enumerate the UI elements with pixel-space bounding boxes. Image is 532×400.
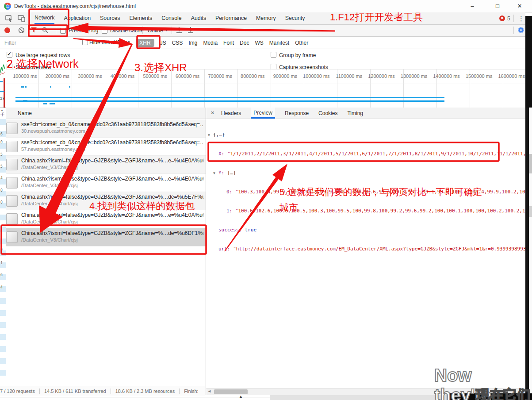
- file-icon: [6, 231, 18, 243]
- request-url: sse?cb=icomet_cb_0&cname=bdc02c361aab973…: [21, 121, 203, 127]
- request-row[interactable]: sse?cb=icomet_cb_0&cname=bdc02c361aab973…: [6, 138, 206, 156]
- annotation-step2: 2.选择Network: [7, 57, 79, 71]
- record-button[interactable]: [4, 27, 10, 33]
- filter-category-manifest[interactable]: Manifest: [269, 40, 289, 46]
- page-behind-cell: 4: [0, 176, 6, 180]
- divider: [56, 27, 56, 34]
- waterfall-mark: [50, 103, 55, 104]
- clear-icon[interactable]: [18, 27, 25, 34]
- preserve-log-checkbox[interactable]: [60, 28, 66, 34]
- filter-category-css[interactable]: CSS: [172, 40, 183, 46]
- filter-category-ws[interactable]: WS: [255, 40, 263, 46]
- throttling-select[interactable]: Online: [148, 27, 163, 34]
- tab-performance[interactable]: Performance: [215, 12, 247, 24]
- json-line-y[interactable]: ▼Y: […]: [206, 169, 525, 177]
- window-title: DevTools - data.eastmoney.com/cjsj/newho…: [14, 3, 136, 9]
- settings-gear-icon[interactable]: [517, 27, 524, 34]
- tab-preview[interactable]: Preview: [251, 108, 275, 119]
- filter-category-img[interactable]: Img: [188, 40, 197, 46]
- window-right-edge: [525, 108, 529, 393]
- timeline-tick: 1200000 ms: [364, 69, 396, 83]
- close-detail-icon[interactable]: ✕: [211, 110, 214, 116]
- timeline-tick: 100000 ms: [6, 69, 38, 83]
- waterfall-bar-long: [15, 97, 444, 98]
- page-behind-cell: 0: [0, 248, 6, 252]
- triangle-down-icon[interactable]: ▼: [213, 169, 218, 177]
- tab-sources[interactable]: Sources: [100, 12, 120, 24]
- maximize-button[interactable]: ☐: [491, 2, 504, 11]
- chevron-down-icon[interactable]: ▼: [165, 28, 168, 32]
- tab-timing[interactable]: Timing: [347, 108, 363, 119]
- divider: [513, 15, 514, 22]
- import-har-icon[interactable]: [176, 27, 182, 33]
- filter-input[interactable]: [4, 38, 72, 47]
- page-behind-scrollbar-thumb[interactable]: [529, 206, 532, 217]
- page-behind-cell: 1: [0, 261, 6, 265]
- tab-elements[interactable]: Elements: [130, 12, 153, 24]
- filter-category-js[interactable]: JS: [160, 40, 166, 46]
- summary-resources: 18.6 KB / 2.3 MB resources: [111, 388, 175, 394]
- tab-headers[interactable]: Headers: [221, 108, 241, 119]
- error-badge-icon[interactable]: ✕: [499, 15, 505, 21]
- divider: [513, 27, 514, 34]
- filter-category-media[interactable]: Media: [203, 40, 218, 46]
- triangle-down-icon[interactable]: ▼: [208, 131, 213, 139]
- filter-category-all[interactable]: All: [124, 40, 130, 46]
- page-behind-scrollbar-thumb[interactable]: [529, 154, 532, 173]
- json-root-line[interactable]: ▼{,…}: [206, 131, 525, 138]
- group-by-frame-checkbox[interactable]: [271, 52, 276, 58]
- horizontal-scrollbar-thumb[interactable]: [214, 389, 248, 394]
- page-behind-cell: 5: [0, 165, 6, 169]
- scroll-left-arrow-icon[interactable]: ◄: [207, 389, 211, 393]
- page-behind-cell: 0: [0, 188, 6, 192]
- timeline-tick: 1600000 ms: [494, 69, 526, 83]
- tab-application[interactable]: Application: [64, 12, 91, 24]
- tab-network[interactable]: Network: [34, 12, 54, 24]
- request-row[interactable]: China.ashx?isxml=false&type=GJZB&style=Z…: [6, 174, 206, 192]
- json-line-1: 1: "100.6,102.6,100.6,100.5,100.3,100,99…: [206, 207, 525, 215]
- close-button[interactable]: ✕: [513, 2, 526, 11]
- tab-console[interactable]: Console: [161, 12, 181, 24]
- tab-memory[interactable]: Memory: [256, 12, 276, 24]
- page-behind-scrollbar[interactable]: [529, 108, 532, 393]
- request-path: /DataCenter_V3/Chart/cjsj: [21, 165, 203, 170]
- timeline-tick: 1100000 ms: [331, 69, 364, 83]
- name-column-header[interactable]: Name: [6, 108, 206, 119]
- device-toolbar-icon[interactable]: [18, 15, 26, 23]
- request-url: China.ashx?isxml=false&type=GJZB&style=Z…: [21, 212, 203, 218]
- filter-funnel-icon[interactable]: [31, 27, 37, 33]
- request-row-selected[interactable]: China.ashx?isxml=false&type=GJZB&style=Z…: [6, 228, 206, 246]
- filter-category-doc[interactable]: Doc: [240, 40, 249, 46]
- request-row[interactable]: China.ashx?isxml=false&type=GJZB&style=Z…: [6, 156, 206, 174]
- error-count[interactable]: 5: [507, 15, 510, 22]
- request-url: China.ashx?isxml=false&type=GJZB&style=Z…: [21, 230, 203, 236]
- annotation-step1: 1.F12打开开发者工具: [330, 11, 423, 24]
- hide-data-urls-checkbox[interactable]: [82, 39, 88, 45]
- kebab-menu-icon[interactable]: ⋮: [518, 15, 524, 23]
- search-icon[interactable]: [42, 27, 48, 33]
- filter-category-font[interactable]: Font: [223, 40, 234, 46]
- tab-cookies[interactable]: Cookies: [318, 108, 337, 119]
- request-url: China.ashx?isxml=false&type=GJZB&style=Z…: [21, 194, 203, 200]
- minimize-button[interactable]: –: [466, 2, 479, 11]
- tab-response[interactable]: Response: [285, 108, 309, 119]
- timeline-tick: 800000 ms: [233, 69, 266, 83]
- timeline-tick: 1300000 ms: [396, 69, 429, 83]
- group-by-frame-label: Group by frame: [279, 52, 316, 58]
- tab-audits[interactable]: Audits: [191, 12, 206, 24]
- waterfall-mark: [43, 103, 47, 104]
- inspect-element-icon[interactable]: [5, 15, 13, 23]
- request-row[interactable]: China.ashx?isxml=false&type=GJZB&style=Z…: [6, 210, 206, 228]
- page-behind-chart-sliver: [0, 63, 5, 76]
- file-icon: [6, 123, 18, 134]
- tab-security[interactable]: Security: [285, 12, 305, 24]
- annotation-step5-line2: 城市: [279, 201, 298, 214]
- export-har-icon[interactable]: [188, 27, 194, 33]
- filter-category-other[interactable]: Other: [295, 40, 308, 46]
- scroll-up-arrow-icon[interactable]: ▲: [239, 394, 243, 399]
- page-behind-cell: 0: [0, 140, 6, 144]
- filter-category-xhr[interactable]: XHR: [136, 39, 154, 47]
- request-row[interactable]: sse?cb=icomet_cb_0&cname=bdc02c361aab973…: [6, 119, 206, 138]
- summary-requests: 7 / 120 requests: [0, 388, 35, 394]
- disable-cache-checkbox[interactable]: [102, 28, 107, 34]
